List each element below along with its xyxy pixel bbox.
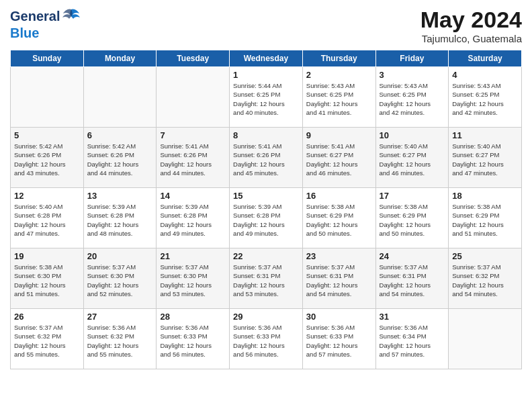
- day-info: Sunrise: 5:37 AM Sunset: 6:30 PM Dayligh…: [87, 263, 153, 298]
- calendar-cell: 15Sunrise: 5:39 AM Sunset: 6:28 PM Dayli…: [230, 188, 303, 248]
- day-number: 27: [87, 312, 153, 322]
- day-number: 25: [452, 251, 518, 261]
- day-info: Sunrise: 5:37 AM Sunset: 6:31 PM Dayligh…: [233, 263, 299, 298]
- calendar-cell: 23Sunrise: 5:37 AM Sunset: 6:31 PM Dayli…: [302, 248, 375, 309]
- day-number: 21: [160, 251, 226, 261]
- day-info: Sunrise: 5:37 AM Sunset: 6:30 PM Dayligh…: [160, 263, 226, 298]
- calendar-cell: 11Sunrise: 5:40 AM Sunset: 6:27 PM Dayli…: [449, 128, 522, 188]
- calendar-cell: [11, 67, 84, 128]
- calendar-cell: 14Sunrise: 5:39 AM Sunset: 6:28 PM Dayli…: [157, 188, 230, 248]
- calendar-table: SundayMondayTuesdayWednesdayThursdayFrid…: [10, 50, 522, 369]
- day-info: Sunrise: 5:41 AM Sunset: 6:26 PM Dayligh…: [160, 142, 226, 177]
- day-number: 10: [380, 130, 445, 140]
- day-number: 22: [233, 251, 299, 261]
- day-of-week-wednesday: Wednesday: [230, 50, 303, 67]
- day-info: Sunrise: 5:42 AM Sunset: 6:26 PM Dayligh…: [87, 142, 153, 177]
- day-of-week-sunday: Sunday: [11, 50, 84, 67]
- calendar-cell: 17Sunrise: 5:38 AM Sunset: 6:29 PM Dayli…: [375, 188, 449, 248]
- calendar-week-3: 12Sunrise: 5:40 AM Sunset: 6:28 PM Dayli…: [11, 188, 522, 248]
- day-number: 31: [380, 312, 445, 322]
- calendar-cell: 16Sunrise: 5:38 AM Sunset: 6:29 PM Dayli…: [302, 188, 375, 248]
- calendar-cell: 3Sunrise: 5:43 AM Sunset: 6:25 PM Daylig…: [375, 67, 449, 128]
- day-info: Sunrise: 5:43 AM Sunset: 6:25 PM Dayligh…: [306, 81, 372, 117]
- day-info: Sunrise: 5:36 AM Sunset: 6:33 PM Dayligh…: [160, 323, 226, 359]
- logo-general: General: [10, 9, 60, 24]
- calendar-week-5: 26Sunrise: 5:37 AM Sunset: 6:32 PM Dayli…: [11, 309, 522, 369]
- location-subtitle: Tajumulco, Guatemala: [420, 33, 522, 44]
- calendar-cell: 9Sunrise: 5:41 AM Sunset: 6:27 PM Daylig…: [302, 128, 375, 188]
- day-of-week-thursday: Thursday: [302, 50, 375, 67]
- calendar-cell: 21Sunrise: 5:37 AM Sunset: 6:30 PM Dayli…: [157, 248, 230, 309]
- day-number: 17: [380, 191, 445, 201]
- day-number: 18: [452, 191, 518, 201]
- calendar-cell: 29Sunrise: 5:36 AM Sunset: 6:33 PM Dayli…: [230, 309, 303, 369]
- calendar-cell: 19Sunrise: 5:38 AM Sunset: 6:30 PM Dayli…: [11, 248, 84, 309]
- day-number: 13: [87, 191, 153, 201]
- day-of-week-friday: Friday: [375, 50, 449, 67]
- day-info: Sunrise: 5:39 AM Sunset: 6:28 PM Dayligh…: [233, 202, 299, 238]
- logo: General Blue: [10, 7, 81, 41]
- day-info: Sunrise: 5:38 AM Sunset: 6:29 PM Dayligh…: [452, 202, 518, 238]
- day-number: 2: [306, 70, 372, 80]
- day-number: 29: [233, 312, 299, 322]
- day-number: 12: [14, 191, 80, 201]
- calendar-cell: 6Sunrise: 5:42 AM Sunset: 6:26 PM Daylig…: [83, 128, 157, 188]
- day-info: Sunrise: 5:36 AM Sunset: 6:33 PM Dayligh…: [233, 323, 299, 359]
- calendar-cell: 12Sunrise: 5:40 AM Sunset: 6:28 PM Dayli…: [11, 188, 84, 248]
- calendar-week-4: 19Sunrise: 5:38 AM Sunset: 6:30 PM Dayli…: [11, 248, 522, 309]
- day-number: 11: [452, 130, 518, 140]
- days-of-week-row: SundayMondayTuesdayWednesdayThursdayFrid…: [11, 50, 522, 67]
- day-number: 20: [87, 251, 153, 261]
- day-info: Sunrise: 5:38 AM Sunset: 6:29 PM Dayligh…: [380, 202, 445, 238]
- calendar-cell: 5Sunrise: 5:42 AM Sunset: 6:26 PM Daylig…: [11, 128, 84, 188]
- day-number: 3: [380, 70, 445, 80]
- day-info: Sunrise: 5:41 AM Sunset: 6:27 PM Dayligh…: [306, 142, 372, 177]
- month-title: May 2024: [420, 7, 522, 33]
- day-info: Sunrise: 5:36 AM Sunset: 6:34 PM Dayligh…: [380, 323, 445, 359]
- day-number: 7: [160, 130, 226, 140]
- logo-bird-icon: [62, 7, 81, 26]
- logo-blue-text: Blue: [10, 26, 39, 41]
- day-number: 9: [306, 130, 372, 140]
- calendar-cell: 18Sunrise: 5:38 AM Sunset: 6:29 PM Dayli…: [449, 188, 522, 248]
- day-info: Sunrise: 5:37 AM Sunset: 6:32 PM Dayligh…: [14, 323, 80, 359]
- day-info: Sunrise: 5:40 AM Sunset: 6:27 PM Dayligh…: [452, 142, 518, 177]
- day-of-week-tuesday: Tuesday: [157, 50, 230, 67]
- calendar-cell: 2Sunrise: 5:43 AM Sunset: 6:25 PM Daylig…: [302, 67, 375, 128]
- day-number: 4: [452, 70, 518, 80]
- day-info: Sunrise: 5:39 AM Sunset: 6:28 PM Dayligh…: [160, 202, 226, 238]
- day-info: Sunrise: 5:36 AM Sunset: 6:33 PM Dayligh…: [306, 323, 372, 359]
- day-info: Sunrise: 5:38 AM Sunset: 6:29 PM Dayligh…: [306, 202, 372, 238]
- day-number: 6: [87, 130, 153, 140]
- calendar-week-2: 5Sunrise: 5:42 AM Sunset: 6:26 PM Daylig…: [11, 128, 522, 188]
- day-info: Sunrise: 5:43 AM Sunset: 6:25 PM Dayligh…: [380, 81, 445, 117]
- calendar-cell: [449, 309, 522, 369]
- calendar-cell: 27Sunrise: 5:36 AM Sunset: 6:32 PM Dayli…: [83, 309, 157, 369]
- day-number: 15: [233, 191, 299, 201]
- page-header: General Blue May 2024 Tajumulco, Guatema…: [10, 7, 522, 44]
- day-number: 19: [14, 251, 80, 261]
- day-info: Sunrise: 5:37 AM Sunset: 6:31 PM Dayligh…: [306, 263, 372, 298]
- calendar-cell: 31Sunrise: 5:36 AM Sunset: 6:34 PM Dayli…: [375, 309, 449, 369]
- day-number: 14: [160, 191, 226, 201]
- calendar-cell: 7Sunrise: 5:41 AM Sunset: 6:26 PM Daylig…: [157, 128, 230, 188]
- calendar-cell: 22Sunrise: 5:37 AM Sunset: 6:31 PM Dayli…: [230, 248, 303, 309]
- day-info: Sunrise: 5:44 AM Sunset: 6:25 PM Dayligh…: [233, 81, 299, 117]
- calendar-cell: 10Sunrise: 5:40 AM Sunset: 6:27 PM Dayli…: [375, 128, 449, 188]
- calendar-cell: 26Sunrise: 5:37 AM Sunset: 6:32 PM Dayli…: [11, 309, 84, 369]
- calendar-cell: 4Sunrise: 5:43 AM Sunset: 6:25 PM Daylig…: [449, 67, 522, 128]
- title-block: May 2024 Tajumulco, Guatemala: [420, 7, 522, 44]
- day-info: Sunrise: 5:38 AM Sunset: 6:30 PM Dayligh…: [14, 263, 80, 298]
- day-number: 8: [233, 130, 299, 140]
- day-number: 24: [380, 251, 445, 261]
- calendar-cell: 1Sunrise: 5:44 AM Sunset: 6:25 PM Daylig…: [230, 67, 303, 128]
- day-info: Sunrise: 5:36 AM Sunset: 6:32 PM Dayligh…: [87, 323, 153, 359]
- day-number: 16: [306, 191, 372, 201]
- day-info: Sunrise: 5:37 AM Sunset: 6:32 PM Dayligh…: [452, 263, 518, 298]
- day-number: 1: [233, 70, 299, 80]
- day-number: 5: [14, 130, 80, 140]
- calendar-cell: 13Sunrise: 5:39 AM Sunset: 6:28 PM Dayli…: [83, 188, 157, 248]
- day-info: Sunrise: 5:39 AM Sunset: 6:28 PM Dayligh…: [87, 202, 153, 238]
- day-info: Sunrise: 5:43 AM Sunset: 6:25 PM Dayligh…: [452, 81, 518, 117]
- day-info: Sunrise: 5:42 AM Sunset: 6:26 PM Dayligh…: [14, 142, 80, 177]
